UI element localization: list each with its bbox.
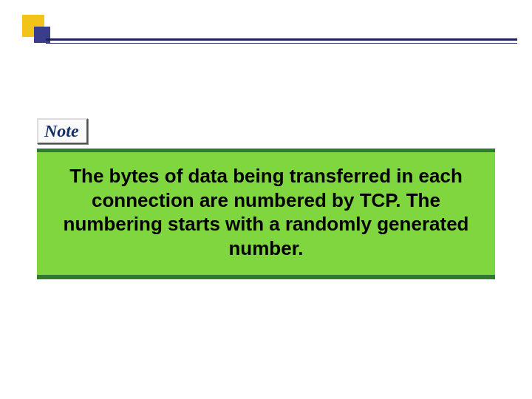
note-block: Note The bytes of data being transferred… <box>37 118 495 279</box>
decor-rule-thick <box>46 38 517 41</box>
note-label: Note <box>37 118 88 144</box>
note-band: The bytes of data being transferred in e… <box>37 149 495 279</box>
header-decoration <box>15 15 517 52</box>
decor-rule-thin <box>46 43 517 44</box>
note-text: The bytes of data being transferred in e… <box>50 164 482 260</box>
